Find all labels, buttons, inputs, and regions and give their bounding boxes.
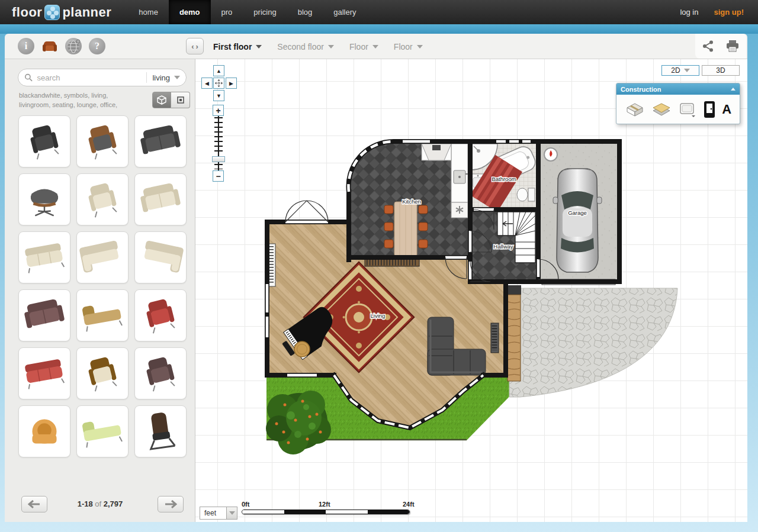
pan-center-button[interactable] bbox=[213, 78, 224, 89]
furniture-grid bbox=[18, 115, 187, 457]
furniture-item-wood-frame-armchair[interactable] bbox=[76, 347, 129, 399]
add-text-tool[interactable]: A bbox=[722, 102, 731, 117]
furniture-item-cream-armchair[interactable] bbox=[76, 173, 129, 225]
chevron-down-icon bbox=[417, 45, 423, 49]
pan-up-button[interactable]: ▲ bbox=[213, 65, 224, 76]
thumbnail-view-toggle bbox=[152, 92, 190, 108]
share-icon[interactable] bbox=[702, 40, 715, 53]
room-label-hallway: Hallway bbox=[493, 243, 513, 250]
draw-walls-tool[interactable] bbox=[625, 101, 645, 118]
nav-item-gallery[interactable]: gallery bbox=[323, 0, 367, 24]
zoom-out-button[interactable]: − bbox=[213, 170, 224, 182]
tree[interactable] bbox=[266, 391, 331, 454]
chevron-left-icon: ‹ bbox=[191, 42, 194, 51]
furniture-item-highback-chair[interactable] bbox=[134, 405, 187, 457]
nav-item-pro[interactable]: pro bbox=[211, 0, 243, 24]
arrow-right-icon bbox=[164, 500, 177, 508]
sidebar-collapse-button[interactable]: ‹› bbox=[186, 38, 204, 54]
tab-floor-4[interactable]: Floor bbox=[394, 42, 423, 51]
furniture-item-barcelona-chair[interactable] bbox=[18, 115, 70, 167]
chevron-down-icon bbox=[372, 45, 378, 49]
blue-accent-strip bbox=[0, 24, 758, 34]
furniture-item-brown-armchair[interactable] bbox=[134, 347, 187, 399]
chevron-down-icon bbox=[174, 76, 180, 79]
next-page-button[interactable] bbox=[158, 496, 184, 512]
search-box: living bbox=[18, 69, 187, 86]
flat-square-icon bbox=[176, 96, 185, 104]
room-label-living: Living bbox=[371, 312, 386, 319]
nav-item-home[interactable]: home bbox=[128, 0, 169, 24]
furniture-item-red-sofa[interactable] bbox=[18, 347, 70, 399]
place-window-tool[interactable] bbox=[679, 101, 696, 118]
chevron-right-icon: › bbox=[196, 42, 198, 51]
furniture-item-lounge-chair[interactable] bbox=[76, 115, 129, 167]
unit-dropdown[interactable]: feet bbox=[200, 507, 227, 520]
pan-right-button[interactable]: ▶ bbox=[226, 78, 237, 89]
tab-floor-3[interactable]: Floor bbox=[349, 42, 378, 51]
view-2d-toggle[interactable] bbox=[171, 92, 190, 108]
scale-bar: feet 0ft 12ft 24ft bbox=[200, 501, 425, 522]
tab-first-floor[interactable]: First floor bbox=[213, 42, 262, 51]
radiator bbox=[491, 323, 499, 353]
logo-text-floor: floor bbox=[12, 5, 42, 20]
furniture-item-lounge-ottoman[interactable] bbox=[18, 173, 70, 225]
furniture-item-cream-long-sofa[interactable] bbox=[18, 231, 70, 283]
tab-second-floor[interactable]: Second floor bbox=[277, 42, 334, 51]
room-label-bathroom: Bathroom bbox=[492, 176, 516, 182]
floorplan-canvas[interactable]: ▲ ◀ ▶ ▼ + − 2D 3D Construction bbox=[195, 59, 747, 522]
collapse-up-icon bbox=[731, 88, 735, 91]
category-dropdown[interactable]: living bbox=[152, 73, 180, 82]
zoom-in-button[interactable]: + bbox=[213, 105, 224, 116]
window-icon bbox=[679, 101, 696, 118]
zoom-slider-handle[interactable] bbox=[212, 156, 225, 162]
view-3d-toggle[interactable] bbox=[152, 92, 171, 108]
firewood-stack bbox=[508, 295, 521, 381]
furniture-category-icon[interactable] bbox=[41, 38, 58, 54]
furniture-item-corner-sofa-left[interactable] bbox=[76, 231, 129, 283]
pan-left-button[interactable]: ◀ bbox=[201, 78, 213, 89]
nav-item-blog[interactable]: blog bbox=[287, 0, 323, 24]
print-icon[interactable] bbox=[725, 40, 740, 53]
zoom-slider-track[interactable] bbox=[214, 117, 223, 155]
search-icon bbox=[24, 73, 33, 82]
catalog-sidebar: living blackandwhite, symbols, living, l… bbox=[5, 59, 195, 522]
floor-surface-icon bbox=[651, 102, 672, 117]
unit-dropdown-arrow[interactable] bbox=[227, 507, 237, 520]
door-icon bbox=[704, 101, 715, 118]
construction-panel: Construction bbox=[616, 83, 740, 124]
furniture-item-mauve-sofa[interactable] bbox=[18, 289, 70, 341]
globe-settings-icon[interactable] bbox=[65, 38, 82, 54]
furniture-item-red-armchair[interactable] bbox=[134, 289, 187, 341]
login-link[interactable]: log in bbox=[667, 8, 711, 17]
top-navbar: floor planner home demo pro pricing blog… bbox=[0, 0, 758, 24]
floorplanner-flower-icon bbox=[44, 5, 60, 20]
view-3d-button[interactable]: 3D bbox=[702, 65, 740, 76]
search-input[interactable] bbox=[37, 73, 141, 82]
stone-patio[interactable] bbox=[509, 288, 677, 397]
furniture-item-orange-tub-chair[interactable] bbox=[18, 405, 70, 457]
nav-item-demo[interactable]: demo bbox=[169, 0, 211, 24]
furniture-item-tan-chaise[interactable] bbox=[76, 289, 129, 341]
chevron-down-icon bbox=[328, 45, 334, 49]
furniture-item-daybed-sofa[interactable] bbox=[134, 115, 187, 167]
furniture-item-green-chaise[interactable] bbox=[76, 405, 129, 457]
nav-item-pricing[interactable]: pricing bbox=[243, 0, 287, 24]
place-door-tool[interactable] bbox=[704, 101, 715, 118]
floorplanner-logo[interactable]: floor planner bbox=[12, 5, 111, 20]
signup-link[interactable]: sign up! bbox=[711, 8, 758, 17]
construction-panel-header[interactable]: Construction bbox=[616, 83, 740, 95]
furniture-item-corner-sofa-right[interactable] bbox=[134, 231, 187, 283]
info-icon[interactable]: i bbox=[18, 38, 34, 54]
room-label-garage: Garage bbox=[568, 209, 587, 216]
room-label-kitchen: Kitchen bbox=[402, 198, 421, 205]
pan-down-button[interactable]: ▼ bbox=[213, 90, 224, 101]
car bbox=[553, 169, 602, 272]
furniture-item-cream-sofa[interactable] bbox=[134, 173, 187, 225]
armchair-icon bbox=[41, 38, 58, 54]
floorplan-drawing[interactable]: Kitchen Bathroom Garage Hallway Living bbox=[255, 136, 684, 467]
view-2d-button[interactable]: 2D bbox=[661, 65, 699, 76]
tag-list[interactable]: blackandwhite, symbols, living, livingro… bbox=[19, 91, 144, 110]
help-icon[interactable]: ? bbox=[89, 38, 105, 54]
logo-text-planner: planner bbox=[62, 5, 111, 20]
draw-surface-tool[interactable] bbox=[651, 102, 672, 117]
